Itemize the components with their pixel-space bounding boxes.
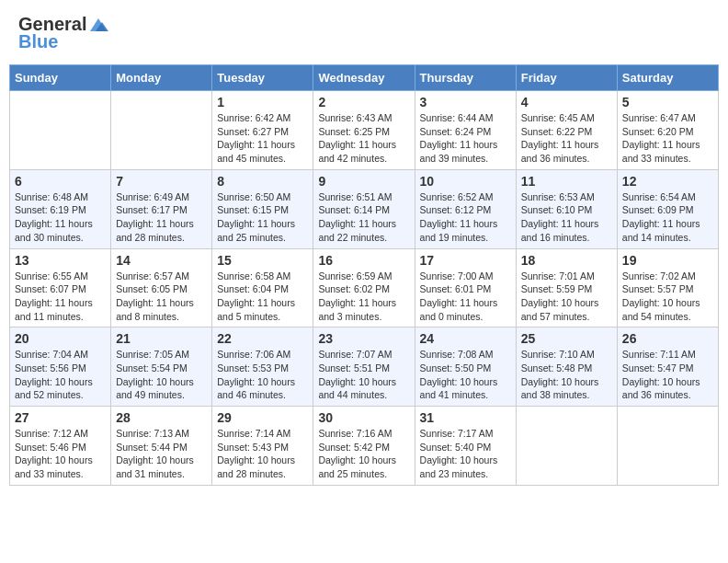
day-info: Sunrise: 7:04 AMSunset: 5:56 PMDaylight:… <box>15 348 106 402</box>
day-number: 30 <box>318 410 409 425</box>
day-number: 27 <box>15 410 106 425</box>
column-header-wednesday: Wednesday <box>313 65 415 91</box>
day-info: Sunrise: 7:12 AMSunset: 5:46 PMDaylight:… <box>15 427 106 481</box>
calendar-cell: 24Sunrise: 7:08 AMSunset: 5:50 PMDayligh… <box>415 327 516 407</box>
calendar-header-row: SundayMondayTuesdayWednesdayThursdayFrid… <box>10 65 719 91</box>
calendar-cell: 31Sunrise: 7:17 AMSunset: 5:40 PMDayligh… <box>415 407 516 486</box>
calendar-cell: 6Sunrise: 6:48 AMSunset: 6:19 PMDaylight… <box>10 169 111 248</box>
day-number: 13 <box>15 253 106 268</box>
column-header-saturday: Saturday <box>617 65 718 91</box>
calendar-cell: 10Sunrise: 6:52 AMSunset: 6:12 PMDayligh… <box>415 169 516 248</box>
calendar-cell: 1Sunrise: 6:42 AMSunset: 6:27 PMDaylight… <box>212 91 313 170</box>
calendar-week-row: 6Sunrise: 6:48 AMSunset: 6:19 PMDaylight… <box>10 169 719 248</box>
calendar-cell: 8Sunrise: 6:50 AMSunset: 6:15 PMDaylight… <box>212 169 313 248</box>
day-number: 7 <box>116 174 207 189</box>
calendar-cell: 13Sunrise: 6:55 AMSunset: 6:07 PMDayligh… <box>10 248 111 327</box>
logo: General Blue <box>18 14 108 52</box>
calendar-cell <box>111 91 212 170</box>
day-number: 14 <box>116 253 207 268</box>
column-header-thursday: Thursday <box>415 65 516 91</box>
calendar-cell: 3Sunrise: 6:44 AMSunset: 6:24 PMDaylight… <box>415 91 516 170</box>
day-info: Sunrise: 7:06 AMSunset: 5:53 PMDaylight:… <box>217 348 308 402</box>
day-number: 28 <box>116 410 207 425</box>
calendar-cell: 21Sunrise: 7:05 AMSunset: 5:54 PMDayligh… <box>111 327 212 407</box>
calendar-cell: 2Sunrise: 6:43 AMSunset: 6:25 PMDaylight… <box>313 91 415 170</box>
day-number: 18 <box>521 253 612 268</box>
day-number: 23 <box>318 331 409 346</box>
day-info: Sunrise: 6:49 AMSunset: 6:17 PMDaylight:… <box>116 190 207 245</box>
calendar-cell: 7Sunrise: 6:49 AMSunset: 6:17 PMDaylight… <box>111 169 212 248</box>
calendar-cell: 12Sunrise: 6:54 AMSunset: 6:09 PMDayligh… <box>617 169 718 248</box>
calendar-cell: 29Sunrise: 7:14 AMSunset: 5:43 PMDayligh… <box>212 407 313 486</box>
calendar-week-row: 13Sunrise: 6:55 AMSunset: 6:07 PMDayligh… <box>10 248 719 327</box>
day-number: 15 <box>217 253 308 268</box>
day-number: 9 <box>318 174 409 189</box>
day-number: 11 <box>521 174 612 189</box>
calendar-cell: 15Sunrise: 6:58 AMSunset: 6:04 PMDayligh… <box>212 248 313 327</box>
day-info: Sunrise: 7:14 AMSunset: 5:43 PMDaylight:… <box>217 427 308 481</box>
day-number: 25 <box>521 331 612 346</box>
day-number: 2 <box>318 95 409 109</box>
calendar-cell <box>10 91 111 170</box>
calendar-cell: 5Sunrise: 6:47 AMSunset: 6:20 PMDaylight… <box>617 91 718 170</box>
calendar-week-row: 1Sunrise: 6:42 AMSunset: 6:27 PMDaylight… <box>10 91 719 170</box>
day-info: Sunrise: 6:54 AMSunset: 6:09 PMDaylight:… <box>622 190 713 245</box>
calendar-cell: 17Sunrise: 7:00 AMSunset: 6:01 PMDayligh… <box>415 248 516 327</box>
calendar-cell: 25Sunrise: 7:10 AMSunset: 5:48 PMDayligh… <box>516 327 617 407</box>
day-info: Sunrise: 7:02 AMSunset: 5:57 PMDaylight:… <box>622 270 713 324</box>
calendar: SundayMondayTuesdayWednesdayThursdayFrid… <box>9 64 719 486</box>
calendar-cell: 22Sunrise: 7:06 AMSunset: 5:53 PMDayligh… <box>212 327 313 407</box>
day-info: Sunrise: 6:55 AMSunset: 6:07 PMDaylight:… <box>15 270 106 324</box>
day-info: Sunrise: 6:52 AMSunset: 6:12 PMDaylight:… <box>420 190 511 245</box>
calendar-week-row: 27Sunrise: 7:12 AMSunset: 5:46 PMDayligh… <box>10 407 719 486</box>
calendar-cell <box>516 407 617 486</box>
calendar-cell: 28Sunrise: 7:13 AMSunset: 5:44 PMDayligh… <box>111 407 212 486</box>
calendar-cell: 16Sunrise: 6:59 AMSunset: 6:02 PMDayligh… <box>313 248 415 327</box>
calendar-cell: 23Sunrise: 7:07 AMSunset: 5:51 PMDayligh… <box>313 327 415 407</box>
calendar-cell: 4Sunrise: 6:45 AMSunset: 6:22 PMDaylight… <box>516 91 617 170</box>
day-number: 4 <box>521 95 612 109</box>
day-info: Sunrise: 7:00 AMSunset: 6:01 PMDaylight:… <box>420 270 511 324</box>
calendar-cell: 19Sunrise: 7:02 AMSunset: 5:57 PMDayligh… <box>617 248 718 327</box>
day-info: Sunrise: 7:01 AMSunset: 5:59 PMDaylight:… <box>521 270 612 324</box>
column-header-sunday: Sunday <box>10 65 111 91</box>
day-number: 22 <box>217 331 308 346</box>
calendar-cell: 9Sunrise: 6:51 AMSunset: 6:14 PMDaylight… <box>313 169 415 248</box>
day-info: Sunrise: 6:50 AMSunset: 6:15 PMDaylight:… <box>217 190 308 245</box>
calendar-cell <box>617 407 718 486</box>
day-number: 21 <box>116 331 207 346</box>
day-info: Sunrise: 6:51 AMSunset: 6:14 PMDaylight:… <box>318 190 409 245</box>
day-number: 16 <box>318 253 409 268</box>
day-number: 29 <box>217 410 308 425</box>
day-info: Sunrise: 6:47 AMSunset: 6:20 PMDaylight:… <box>622 111 713 166</box>
logo-icon <box>88 15 108 35</box>
day-number: 26 <box>622 331 713 346</box>
day-info: Sunrise: 7:13 AMSunset: 5:44 PMDaylight:… <box>116 427 207 481</box>
header: General Blue <box>9 9 719 57</box>
column-header-friday: Friday <box>516 65 617 91</box>
logo-blue-text: Blue <box>18 31 58 52</box>
day-info: Sunrise: 6:43 AMSunset: 6:25 PMDaylight:… <box>318 111 409 166</box>
calendar-cell: 11Sunrise: 6:53 AMSunset: 6:10 PMDayligh… <box>516 169 617 248</box>
calendar-cell: 20Sunrise: 7:04 AMSunset: 5:56 PMDayligh… <box>10 327 111 407</box>
day-info: Sunrise: 6:59 AMSunset: 6:02 PMDaylight:… <box>318 270 409 324</box>
day-info: Sunrise: 7:10 AMSunset: 5:48 PMDaylight:… <box>521 348 612 402</box>
day-info: Sunrise: 6:44 AMSunset: 6:24 PMDaylight:… <box>420 111 511 166</box>
day-number: 1 <box>217 95 308 109</box>
column-header-monday: Monday <box>111 65 212 91</box>
day-info: Sunrise: 6:53 AMSunset: 6:10 PMDaylight:… <box>521 190 612 245</box>
column-header-tuesday: Tuesday <box>212 65 313 91</box>
day-info: Sunrise: 7:16 AMSunset: 5:42 PMDaylight:… <box>318 427 409 481</box>
calendar-cell: 26Sunrise: 7:11 AMSunset: 5:47 PMDayligh… <box>617 327 718 407</box>
calendar-week-row: 20Sunrise: 7:04 AMSunset: 5:56 PMDayligh… <box>10 327 719 407</box>
day-number: 12 <box>622 174 713 189</box>
day-number: 24 <box>420 331 511 346</box>
calendar-cell: 18Sunrise: 7:01 AMSunset: 5:59 PMDayligh… <box>516 248 617 327</box>
day-info: Sunrise: 7:11 AMSunset: 5:47 PMDaylight:… <box>622 348 713 402</box>
day-info: Sunrise: 7:07 AMSunset: 5:51 PMDaylight:… <box>318 348 409 402</box>
day-number: 10 <box>420 174 511 189</box>
day-number: 5 <box>622 95 713 109</box>
day-info: Sunrise: 6:57 AMSunset: 6:05 PMDaylight:… <box>116 270 207 324</box>
day-number: 17 <box>420 253 511 268</box>
day-number: 19 <box>622 253 713 268</box>
